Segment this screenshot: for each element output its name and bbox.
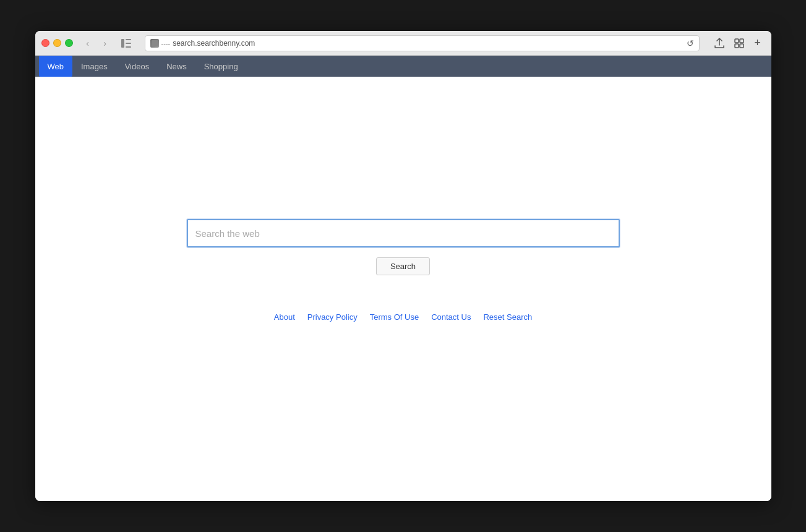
svg-rect-6 [740, 39, 744, 43]
url-display: ---- search.searchbenny.com [161, 39, 682, 48]
tab-overview-button[interactable] [731, 35, 748, 52]
footer-links: About Privacy Policy Terms Of Use Contac… [274, 312, 532, 322]
contact-us-link[interactable]: Contact Us [431, 312, 471, 322]
title-bar: ‹ › ---- search.searchbenny.com ↺ [35, 31, 771, 56]
back-button[interactable]: ‹ [80, 36, 95, 51]
share-button[interactable] [711, 35, 728, 52]
forward-button[interactable]: › [98, 36, 113, 51]
traffic-lights [41, 39, 73, 47]
tab-videos[interactable]: Videos [116, 56, 158, 77]
search-button[interactable]: Search [376, 257, 430, 275]
new-tab-button[interactable]: + [750, 36, 765, 51]
svg-rect-8 [740, 44, 744, 48]
browser-window: ‹ › ---- search.searchbenny.com ↺ [35, 31, 771, 501]
search-input[interactable] [187, 219, 620, 247]
privacy-policy-link[interactable]: Privacy Policy [307, 312, 358, 322]
maximize-button[interactable] [65, 39, 73, 47]
minimize-button[interactable] [53, 39, 61, 47]
tab-web[interactable]: Web [39, 56, 73, 77]
address-bar-container: ---- search.searchbenny.com ↺ [145, 35, 700, 51]
favicon-icon [150, 39, 159, 48]
terms-of-use-link[interactable]: Terms Of Use [370, 312, 419, 322]
svg-rect-1 [126, 39, 131, 40]
about-link[interactable]: About [274, 312, 295, 322]
reload-button[interactable]: ↺ [687, 38, 694, 48]
close-button[interactable] [41, 39, 49, 47]
tab-news[interactable]: News [158, 56, 195, 77]
tab-shopping[interactable]: Shopping [195, 56, 247, 77]
url-prefix: ---- [161, 40, 171, 47]
main-content: Search About Privacy Policy Terms Of Use… [35, 77, 771, 501]
svg-rect-3 [126, 46, 131, 48]
svg-rect-7 [735, 44, 739, 48]
tab-images[interactable]: Images [72, 56, 116, 77]
search-section: Search [35, 219, 771, 275]
address-bar[interactable]: ---- search.searchbenny.com ↺ [145, 35, 700, 51]
svg-rect-2 [126, 43, 131, 44]
nav-bar: Web Images Videos News Shopping [35, 56, 771, 77]
nav-arrows: ‹ › [80, 36, 113, 51]
reset-search-link[interactable]: Reset Search [483, 312, 532, 322]
toolbar-actions: + [711, 35, 765, 52]
svg-rect-5 [735, 39, 739, 43]
svg-rect-0 [121, 39, 124, 48]
sidebar-button[interactable] [119, 36, 134, 51]
url-text: search.searchbenny.com [173, 39, 255, 48]
svg-rect-4 [152, 40, 158, 46]
